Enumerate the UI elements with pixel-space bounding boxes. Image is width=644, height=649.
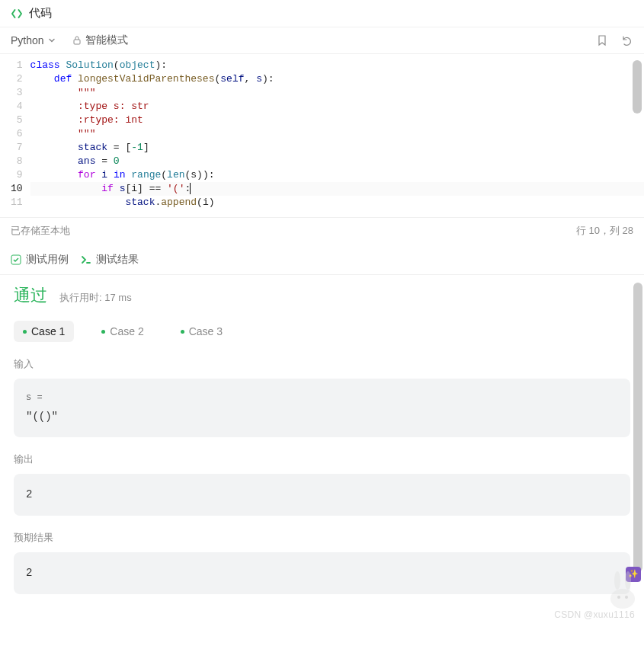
mode-label: 智能模式 — [85, 34, 128, 47]
panel-title: 代码 — [29, 6, 52, 21]
input-value: "(()" — [26, 407, 618, 427]
status-dot — [181, 330, 184, 334]
line-number: 8 — [11, 155, 23, 168]
undo-icon — [620, 34, 633, 46]
line-number: 1 — [11, 59, 23, 72]
code-line[interactable]: if s[i] == '(': — [30, 182, 644, 196]
cursor-position: 行 10，列 28 — [576, 224, 633, 238]
language-label: Python — [11, 34, 44, 46]
code-icon — [11, 8, 23, 20]
status-dot — [101, 330, 105, 334]
bookmark-button[interactable] — [595, 34, 609, 47]
svg-point-4 — [625, 571, 631, 590]
code-line[interactable]: :rtype: int — [30, 113, 644, 127]
output-box: 2 — [14, 474, 630, 516]
expected-label: 预期结果 — [14, 531, 630, 545]
result-body: 通过 执行用时: 17 ms Case 1 Case 2 Case 3 输入 s… — [0, 275, 644, 625]
input-varname: s = — [26, 389, 618, 407]
code-line[interactable]: :type s: str — [30, 100, 644, 113]
svg-point-6 — [625, 596, 628, 599]
svg-rect-0 — [74, 40, 80, 44]
tab-label: 测试结果 — [96, 253, 139, 267]
line-number: 11 — [11, 196, 23, 209]
expected-value: 2 — [26, 563, 618, 583]
input-label: 输入 — [14, 357, 630, 371]
svg-point-3 — [614, 571, 620, 590]
tab-test-cases[interactable]: 测试用例 — [11, 253, 69, 267]
case-selector: Case 1 Case 2 Case 3 — [14, 321, 630, 342]
undo-button[interactable] — [620, 34, 633, 47]
svg-point-5 — [617, 596, 620, 599]
output-label: 输出 — [14, 452, 630, 466]
scroll-thumb[interactable] — [633, 283, 642, 572]
case-2[interactable]: Case 2 — [92, 321, 152, 342]
bookmark-icon — [596, 34, 608, 46]
code-line[interactable]: ans = 0 — [30, 155, 644, 168]
save-status: 已存储至本地 — [11, 224, 70, 238]
lock-icon — [72, 35, 82, 46]
code-line[interactable]: """ — [30, 127, 644, 141]
line-number: 4 — [11, 100, 23, 113]
code-line[interactable]: for i in range(len(s)): — [30, 168, 644, 182]
expected-box: 2 — [14, 552, 630, 594]
pass-status: 通过 — [14, 284, 47, 307]
line-number: 5 — [11, 113, 23, 127]
editor-scrollbar[interactable] — [633, 60, 642, 190]
runtime-text: 执行用时: 17 ms — [59, 291, 132, 305]
check-square-icon — [11, 254, 21, 265]
result-scrollbar[interactable] — [633, 283, 642, 603]
line-number: 10 — [11, 182, 23, 196]
svg-point-2 — [610, 589, 635, 609]
line-number: 7 — [11, 141, 23, 155]
code-line[interactable]: def longestValidParentheses(self, s): — [30, 72, 644, 86]
language-selector[interactable]: Python — [11, 34, 56, 46]
code-line[interactable]: """ — [30, 86, 644, 100]
bunny-mascot — [606, 570, 639, 609]
terminal-icon — [81, 254, 91, 265]
result-tabs: 测试用例 测试结果 — [0, 245, 644, 275]
line-number: 3 — [11, 86, 23, 100]
code-panel-header: 代码 — [0, 0, 644, 27]
tab-label: 测试用例 — [26, 253, 69, 267]
code-area[interactable]: class Solution(object): def longestValid… — [30, 59, 644, 209]
line-gutter: 1234567891011 — [0, 59, 30, 209]
line-number: 9 — [11, 168, 23, 182]
editor-status-bar: 已存储至本地 行 10，列 28 — [0, 217, 644, 245]
code-line[interactable]: class Solution(object): — [30, 59, 644, 72]
chevron-down-icon — [47, 36, 56, 45]
input-box: s = "(()" — [14, 379, 630, 437]
case-1[interactable]: Case 1 — [14, 321, 74, 342]
tab-test-result[interactable]: 测试结果 — [81, 253, 139, 267]
line-number: 6 — [11, 127, 23, 141]
watermark: CSDN @xuxu1116 — [554, 609, 635, 620]
code-line[interactable]: stack = [-1] — [30, 141, 644, 155]
code-line[interactable]: stack.append(i) — [30, 196, 644, 209]
status-dot — [23, 330, 27, 334]
scroll-thumb[interactable] — [633, 60, 642, 113]
code-editor[interactable]: 1234567891011 class Solution(object): de… — [0, 54, 644, 217]
smart-mode[interactable]: 智能模式 — [72, 34, 128, 47]
editor-toolbar: Python 智能模式 — [0, 27, 644, 54]
case-3[interactable]: Case 3 — [171, 321, 232, 342]
line-number: 2 — [11, 72, 23, 86]
output-value: 2 — [26, 484, 618, 505]
